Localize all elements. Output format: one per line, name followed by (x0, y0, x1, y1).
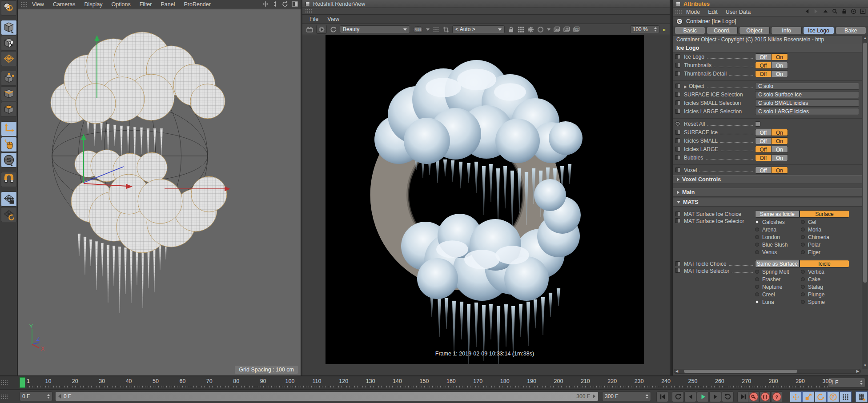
radio-dot[interactable] (755, 250, 759, 254)
choice-button[interactable]: Icicle (800, 260, 849, 267)
lock-icon[interactable] (508, 26, 514, 33)
toggle-off[interactable]: Off (755, 137, 772, 144)
menu-options[interactable]: Options (107, 1, 135, 8)
radio-option[interactable]: Stalag (801, 284, 823, 290)
drag-grip[interactable] (675, 9, 682, 15)
radio-option[interactable]: Venus (755, 249, 801, 255)
radio-option[interactable]: Blue Slush (755, 242, 801, 248)
track-icon[interactable] (675, 138, 680, 143)
prev-frame-button[interactable] (684, 391, 696, 402)
tab-info[interactable]: Info (771, 27, 802, 34)
radio-dot[interactable] (755, 235, 759, 239)
camera-dropdown[interactable]: < Auto > (452, 25, 505, 33)
radio-option[interactable]: Creel (755, 291, 801, 298)
menu-panel[interactable]: Panel (156, 1, 179, 8)
group-header-voxel-controls[interactable]: Voxel Controls (673, 175, 862, 184)
snapshot-grid-icon[interactable] (518, 26, 524, 33)
make-editable-icon[interactable] (1, 0, 17, 16)
radio-option[interactable]: Polar (801, 242, 820, 248)
radio-dot[interactable] (755, 277, 759, 281)
toggle-on[interactable]: On (772, 62, 788, 69)
toggle-off[interactable]: Off (755, 70, 772, 77)
chevron-down-icon[interactable] (547, 28, 551, 31)
timeline-ruler[interactable]: 1 1 F 0102030405060708090100110120130140… (0, 375, 868, 389)
restart-render-icon[interactable] (330, 26, 337, 33)
key-pla-icon[interactable] (840, 391, 852, 402)
object-header[interactable]: C Container [Ice Logo] (673, 16, 868, 26)
radio-dot[interactable] (755, 285, 759, 289)
autokey-icon[interactable] (761, 392, 770, 401)
track-icon[interactable] (675, 211, 680, 216)
on-off-toggle[interactable]: OffOn (755, 129, 788, 136)
end-frame-field[interactable]: 300 F (602, 391, 651, 401)
on-off-toggle[interactable]: OffOn (755, 167, 788, 174)
radio-dot[interactable] (755, 300, 759, 304)
toggle-on[interactable]: On (772, 154, 788, 161)
menu-edit[interactable]: Edit (704, 9, 722, 15)
next-key-button[interactable] (722, 391, 734, 402)
snowflake-icon[interactable] (527, 26, 534, 33)
toggle-off[interactable]: Off (755, 129, 772, 136)
tab-bake[interactable]: Bake (836, 27, 866, 34)
toggle-off[interactable]: Off (755, 53, 772, 60)
radio-option[interactable]: Vertica (801, 269, 824, 275)
toggle-on[interactable]: On (772, 167, 788, 174)
track-icon[interactable] (675, 261, 680, 266)
radio-option[interactable]: Luna (755, 299, 801, 305)
toggle-off[interactable]: Off (755, 154, 772, 161)
chevron-down-icon[interactable] (426, 28, 430, 31)
zoom-field[interactable]: 100 % (630, 25, 659, 33)
group-header-main[interactable]: Main (673, 188, 862, 197)
group-header-mats[interactable]: MATS (673, 198, 862, 207)
radio-option[interactable]: Plunge (801, 291, 824, 298)
autokey-icon[interactable] (760, 391, 771, 402)
radio-dot[interactable] (755, 270, 759, 274)
track-icon[interactable] (675, 168, 680, 172)
track-icon[interactable] (675, 54, 680, 59)
points-mode-icon[interactable] (1, 71, 17, 86)
track-icon[interactable] (675, 218, 680, 223)
attributes-titlebar[interactable]: Attributes (673, 0, 868, 8)
track-icon[interactable] (675, 100, 680, 105)
value-field[interactable]: C solo Surface Ice (755, 91, 859, 98)
scrollbar-thumb[interactable] (863, 43, 867, 283)
start-render-button[interactable] (316, 25, 327, 34)
drag-grip[interactable] (1, 394, 8, 399)
radio-option[interactable]: Arena (755, 227, 801, 233)
dither-icon[interactable] (433, 26, 439, 33)
value-field[interactable]: C solo SMALL icicles (755, 100, 859, 107)
drag-grip[interactable] (1, 380, 8, 385)
toolbar-overflow-button[interactable]: » (663, 26, 666, 33)
back-arrow-icon[interactable] (804, 8, 810, 16)
range-left-cap[interactable] (58, 394, 61, 399)
rotate-icon[interactable] (282, 1, 288, 8)
value-field[interactable]: C solo LARGE icicles (755, 108, 859, 115)
keyframe-selection-icon[interactable]: ? (771, 391, 782, 402)
radio-option[interactable]: Spume (801, 299, 825, 305)
radio-option[interactable]: Moria (801, 227, 821, 233)
add-snapshot-icon[interactable] (563, 26, 570, 33)
radio-option[interactable]: Eiger (801, 249, 820, 255)
toggle-off[interactable]: Off (755, 167, 772, 174)
workplane-lock-icon[interactable] (1, 192, 17, 207)
choice-button[interactable]: Surface (800, 210, 849, 218)
radio-dot[interactable] (801, 235, 805, 239)
current-frame-marker[interactable] (20, 377, 25, 388)
crop-icon[interactable] (442, 26, 449, 33)
current-frame-field[interactable]: 0 F (20, 391, 52, 401)
region-render-icon[interactable] (537, 26, 544, 33)
toggle-panel-icon[interactable] (292, 1, 298, 8)
menu-mode[interactable]: Mode (682, 9, 704, 15)
radio-option[interactable]: Frasher (755, 276, 801, 283)
texture-mode-icon[interactable] (1, 36, 17, 51)
forward-arrow-icon[interactable] (813, 8, 819, 16)
radio-dot[interactable] (755, 227, 759, 231)
radio-dot[interactable] (801, 227, 805, 231)
checkbox[interactable] (755, 121, 760, 127)
track-icon[interactable] (675, 268, 680, 273)
drag-grip[interactable] (20, 2, 28, 7)
record-keyframe-icon[interactable] (748, 391, 759, 402)
disclosure-icon[interactable]: ▶ (684, 84, 687, 89)
radio-dot[interactable] (755, 292, 759, 296)
track-icon[interactable] (675, 147, 680, 152)
